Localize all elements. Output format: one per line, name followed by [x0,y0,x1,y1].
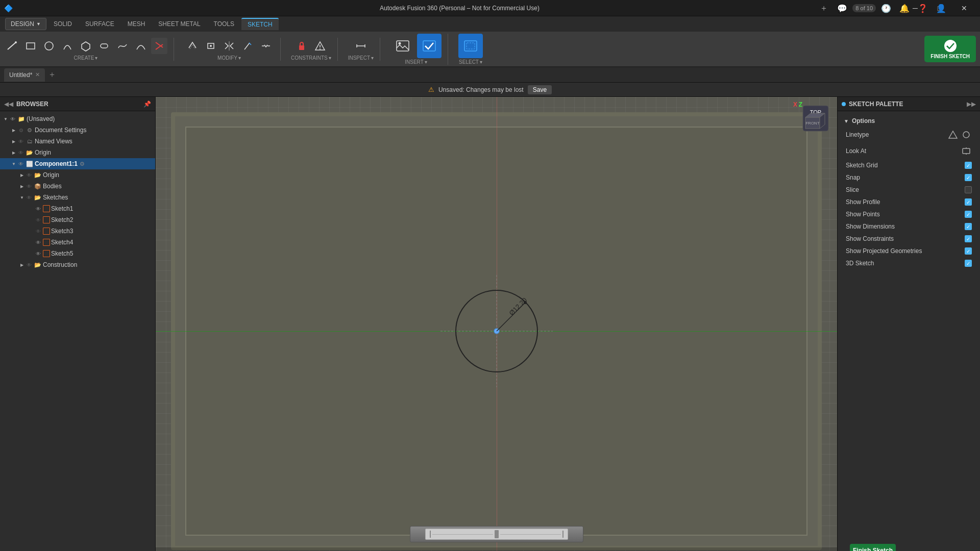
create-arc-button[interactable] [59,38,76,54]
tree-expand-origin[interactable]: ▶ [18,171,26,179]
notification-button[interactable]: 🔔 [896,1,913,15]
linetype-circle-button[interactable] [961,129,972,140]
tree-item-sketch4[interactable]: 👁 Sketch4 [0,237,155,248]
sketch-grid-checkbox[interactable]: ✓ [965,162,972,169]
tree-expand-origin-top[interactable]: ▶ [10,149,17,156]
palette-row-slice[interactable]: Slice [838,184,980,196]
tree-item-sketch5[interactable]: 👁 Sketch5 [0,248,155,259]
user-button[interactable]: 👤 [933,1,949,15]
show-dimensions-checkbox[interactable]: ✓ [965,223,972,230]
display-settings-button[interactable]: □▾ [510,549,524,552]
show-projected-checkbox[interactable]: ✓ [965,247,972,255]
ribbon-tab-surface[interactable]: SURFACE [79,18,120,30]
palette-row-show-dimensions[interactable]: Show Dimensions ✓ [838,220,980,233]
tree-item-sketch2[interactable]: 👁 Sketch2 [0,214,155,226]
chat-button[interactable]: 💬 [834,1,850,15]
pan-button[interactable]: ✋ [469,549,483,552]
design-dropdown-button[interactable]: DESIGN ▼ [5,18,46,30]
tree-vis-doc-settings[interactable]: ⚙ [17,127,24,134]
tab-close-button[interactable]: ✕ [35,71,40,78]
tree-vis-origin-top[interactable]: 👁 [17,149,24,156]
create-line-button[interactable] [4,38,20,54]
linetype-icon-button[interactable] [947,129,959,140]
select-sketch-button[interactable] [417,34,442,58]
3d-sketch-checkbox[interactable]: ✓ [965,260,972,267]
palette-row-3d-sketch[interactable]: 3D Sketch ✓ [838,257,980,269]
tree-expand-named-views[interactable]: ▶ [10,138,17,145]
create-spline-button[interactable] [114,38,131,54]
palette-row-snap[interactable]: Snap ✓ [838,171,980,184]
ribbon-tab-sheet-metal[interactable]: SHEET METAL [152,18,206,30]
select-group-label[interactable]: SELECT ▾ [459,59,482,65]
tree-vis-sketches[interactable]: 👁 [26,194,33,201]
palette-finish-sketch-button[interactable]: Finish Sketch [850,544,896,551]
look-at-button[interactable] [961,145,972,157]
tree-vis-bodies[interactable]: 👁 [26,183,33,190]
ribbon-tab-sketch[interactable]: SKETCH [241,18,279,30]
tree-vis-unsaved[interactable]: 👁 [9,115,16,122]
create-mirror-button[interactable] [221,38,237,54]
constraints-group-label[interactable]: CONSTRAINTS ▾ [291,55,331,61]
tree-item-construction[interactable]: ▶ 👁 📂 Construction [0,259,155,270]
add-tab-button[interactable]: ＋ [816,1,832,15]
show-profile-checkbox[interactable]: ✓ [965,198,972,206]
create-circle-button[interactable] [41,38,57,54]
slice-checkbox[interactable] [965,186,972,193]
palette-row-show-profile[interactable]: Show Profile ✓ [838,196,980,208]
tree-vis-sketch5[interactable]: 👁 [35,250,42,257]
palette-row-show-projected[interactable]: Show Projected Geometries ✓ [838,245,980,257]
close-button[interactable]: ✕ [952,0,976,16]
tree-item-component1[interactable]: ▼ 👁 ⬜ Component1:1 ⚙ [0,158,155,169]
palette-row-show-constraints[interactable]: Show Constraints ✓ [838,233,980,245]
create-slot-button[interactable] [96,38,112,54]
create-project-button[interactable] [203,38,219,54]
add-tab-button[interactable]: ＋ [46,69,58,81]
save-button[interactable]: Save [528,85,552,94]
tree-expand-sketches[interactable]: ▼ [18,194,26,201]
tree-expand-unsaved[interactable]: ▼ [2,115,9,122]
tree-vis-origin[interactable]: 👁 [26,171,33,179]
tree-item-sketches[interactable]: ▼ 👁 📂 Sketches [0,192,155,203]
ribbon-tab-tools[interactable]: TOOLS [208,18,240,30]
insert-image-button[interactable] [390,34,415,58]
browser-collapse-button[interactable]: ◀◀ [4,101,13,108]
tree-vis-construction[interactable]: 👁 [26,261,33,268]
tree-item-origin-top[interactable]: ▶ 👁 📂 Origin [0,147,155,158]
tree-item-doc-settings[interactable]: ▶ ⚙ ⚙ Document Settings [0,124,155,136]
tree-item-bodies[interactable]: ▶ 👁 📦 Bodies [0,181,155,192]
tree-expand-doc-settings[interactable]: ▶ [10,127,17,134]
tree-vis-named-views[interactable]: 👁 [17,138,24,145]
clock-button[interactable]: 🕐 [878,1,894,15]
constraint-lock-button[interactable] [293,38,310,54]
ribbon-tab-mesh[interactable]: MESH [121,18,152,30]
create-rectangle-button[interactable] [22,38,39,54]
show-points-checkbox[interactable]: ✓ [965,211,972,218]
tree-item-sketch1[interactable]: 👁 Sketch1 [0,203,155,214]
snap-button[interactable]: ⊕ [432,549,446,552]
capture-button[interactable]: 📷 [450,549,464,552]
select-mode-button[interactable] [458,34,483,58]
create-group-label[interactable]: CREATE ▾ [74,55,98,61]
snap-checkbox[interactable]: ✓ [965,174,972,181]
create-extend-button[interactable] [239,38,256,54]
tree-vis-sketch4[interactable]: 👁 [35,239,42,246]
document-tab[interactable]: Untitled* ✕ [4,68,45,82]
tree-vis-component1[interactable]: 👁 [17,160,24,167]
grid-button[interactable]: ⊞▾ [528,549,543,552]
tree-item-sketch3[interactable]: 👁 Sketch3 [0,226,155,237]
tree-vis-sketch1[interactable]: 👁 [35,205,42,212]
palette-row-sketch-grid[interactable]: Sketch Grid ✓ [838,159,980,171]
browser-pin-button[interactable]: 📌 [143,101,151,108]
create-offset-button[interactable] [184,38,201,54]
tree-expand-component1[interactable]: ▼ [10,160,17,167]
palette-expand-button[interactable]: ▶▶ [967,101,976,108]
tree-item-origin[interactable]: ▶ 👁 📂 Origin [0,169,155,181]
view-options-button[interactable]: ☰▾ [547,549,561,552]
ribbon-tab-solid[interactable]: SOLID [47,18,78,30]
help-button[interactable]: ❓ [915,1,931,15]
tree-expand-construction[interactable]: ▶ [18,261,26,268]
tree-vis-sketch3[interactable]: 👁 [35,228,42,235]
show-constraints-checkbox[interactable]: ✓ [965,235,972,242]
finish-sketch-button[interactable]: FINISH SKETCH [924,36,976,62]
tree-item-unsaved[interactable]: ▼ 👁 📁 (Unsaved) [0,113,155,124]
